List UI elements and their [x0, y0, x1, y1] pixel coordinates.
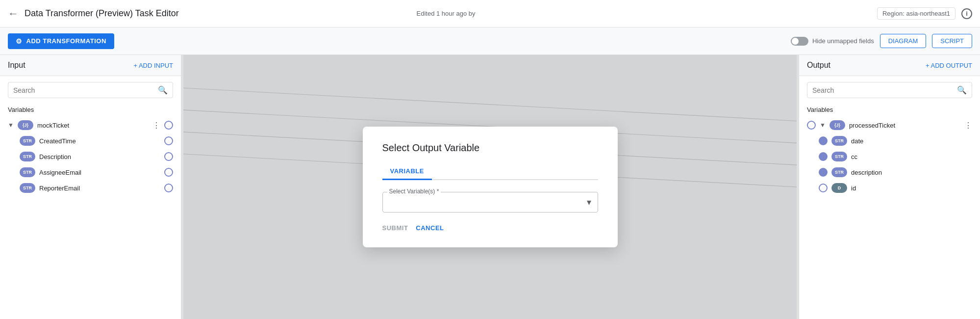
- back-button[interactable]: ←: [8, 8, 19, 19]
- modal-tabs: VARIABLE: [382, 163, 598, 180]
- input-variables-label: Variables: [0, 104, 181, 117]
- add-transformation-button[interactable]: ⚙ ADD TRANSFORMATION: [8, 33, 114, 49]
- chevron-down-icon[interactable]: ▼: [8, 122, 14, 129]
- input-panel: Input + ADD INPUT 🔍 Variables ▼ {J} mock…: [0, 55, 181, 319]
- output-child-type-badge: D: [831, 183, 847, 193]
- input-search-box[interactable]: 🔍: [8, 82, 173, 98]
- input-child-var-name: CreatedTime: [39, 137, 160, 145]
- gear-icon: ⚙: [16, 37, 23, 45]
- main-layout: Input + ADD INPUT 🔍 Variables ▼ {J} mock…: [0, 55, 980, 319]
- select-output-variable-modal: Select Output Variable VARIABLE Select V…: [363, 127, 618, 247]
- output-child-connector-2: [819, 168, 828, 177]
- input-child-connector-3: [164, 184, 173, 192]
- input-panel-title: Input: [8, 61, 25, 70]
- select-variable-form-group: Select Variable(s) * ▾: [382, 192, 598, 213]
- input-root-connector: [164, 121, 173, 130]
- output-child-type-badge: STR: [831, 136, 847, 146]
- output-child-var-name: cc: [851, 153, 972, 160]
- hide-unmapped-label: Hide unmapped fields: [812, 37, 874, 45]
- tab-variable[interactable]: VARIABLE: [382, 163, 432, 180]
- select-variable-dropdown[interactable]: [382, 192, 598, 213]
- input-child-var-name: ReporterEmail: [39, 185, 160, 192]
- output-children: STR date STR cc STR description D id: [799, 133, 980, 196]
- input-root-var-name: mockTicket: [37, 122, 149, 129]
- output-variables-label: Variables: [799, 104, 980, 117]
- back-icon: ←: [8, 7, 19, 20]
- input-panel-header: Input + ADD INPUT: [0, 55, 181, 76]
- hide-unmapped-container: Hide unmapped fields: [791, 37, 874, 46]
- output-search-input[interactable]: [812, 86, 953, 94]
- toolbar: ⚙ ADD TRANSFORMATION Hide unmapped field…: [0, 27, 980, 55]
- script-button[interactable]: SCRIPT: [932, 34, 972, 48]
- output-child-connector-0: [819, 136, 828, 145]
- select-variable-label: Select Variable(s) *: [387, 188, 441, 195]
- toolbar-right: Hide unmapped fields DIAGRAM SCRIPT: [791, 34, 972, 48]
- input-child-type-badge: STR: [20, 152, 35, 161]
- input-child-var-name: AssigneeEmail: [39, 169, 160, 176]
- list-item: STR ReporterEmail: [12, 180, 181, 196]
- region-label: Region: asia-northeast1: [877, 7, 955, 20]
- list-item: STR description: [811, 164, 980, 180]
- add-output-button[interactable]: + ADD OUTPUT: [926, 62, 972, 69]
- input-search-input[interactable]: [13, 86, 154, 94]
- add-input-button[interactable]: + ADD INPUT: [133, 62, 173, 69]
- output-child-var-name: description: [851, 169, 972, 176]
- output-child-var-name: id: [851, 185, 972, 192]
- output-panel: Output + ADD OUTPUT 🔍 Variables ▼ {J} pr…: [799, 55, 980, 319]
- output-panel-header: Output + ADD OUTPUT: [799, 55, 980, 76]
- center-area: Select Output Variable VARIABLE Select V…: [183, 55, 797, 319]
- input-child-var-name: Description: [39, 153, 160, 160]
- input-child-type-badge: STR: [20, 136, 35, 146]
- input-root-variable: ▼ {J} mockTicket ⋮: [0, 117, 181, 133]
- modal-title: Select Output Variable: [382, 142, 598, 154]
- output-panel-title: Output: [807, 61, 830, 70]
- input-children: STR CreatedTime STR Description STR Assi…: [0, 133, 181, 196]
- list-item: D id: [811, 180, 980, 196]
- add-transformation-label: ADD TRANSFORMATION: [26, 37, 106, 45]
- output-root-variable: ▼ {J} processedTicket ⋮: [799, 117, 980, 133]
- output-child-type-badge: STR: [831, 152, 847, 161]
- list-item: STR date: [811, 133, 980, 149]
- info-button[interactable]: i: [961, 8, 972, 19]
- cancel-button[interactable]: CANCEL: [416, 224, 444, 232]
- input-root-more-icon[interactable]: ⋮: [152, 121, 160, 130]
- input-child-type-badge: STR: [20, 183, 35, 193]
- input-child-connector-0: [164, 136, 173, 145]
- search-icon: 🔍: [957, 85, 967, 95]
- modal-overlay: Select Output Variable VARIABLE Select V…: [183, 55, 797, 319]
- input-child-connector-1: [164, 152, 173, 161]
- input-root-type-badge: {J}: [18, 120, 33, 130]
- list-item: STR Description: [12, 149, 181, 164]
- input-child-type-badge: STR: [20, 167, 35, 177]
- page-title: Data Transformer (Preview) Task Editor: [25, 8, 411, 19]
- output-child-connector-3: [819, 184, 828, 192]
- output-child-connector-1: [819, 152, 828, 161]
- output-child-type-badge: STR: [831, 167, 847, 177]
- hide-unmapped-toggle[interactable]: [791, 37, 808, 46]
- output-child-var-name: date: [851, 137, 972, 145]
- output-root-connector: [807, 121, 816, 130]
- input-child-connector-2: [164, 168, 173, 177]
- output-root-type-badge: {J}: [829, 120, 845, 130]
- edited-text: Edited 1 hour ago by: [417, 10, 476, 17]
- list-item: STR AssigneeEmail: [12, 164, 181, 180]
- output-root-more-icon[interactable]: ⋮: [964, 121, 972, 130]
- submit-button[interactable]: SUBMIT: [382, 224, 408, 232]
- output-search-box[interactable]: 🔍: [807, 82, 972, 98]
- diagram-button[interactable]: DIAGRAM: [880, 34, 927, 48]
- list-item: STR CreatedTime: [12, 133, 181, 149]
- list-item: STR cc: [811, 149, 980, 164]
- topbar: ← Data Transformer (Preview) Task Editor…: [0, 0, 980, 27]
- output-root-var-name: processedTicket: [849, 122, 960, 129]
- chevron-down-icon[interactable]: ▼: [820, 122, 826, 129]
- info-icon: i: [966, 10, 968, 17]
- search-icon: 🔍: [158, 85, 168, 95]
- modal-actions: SUBMIT CANCEL: [382, 224, 598, 232]
